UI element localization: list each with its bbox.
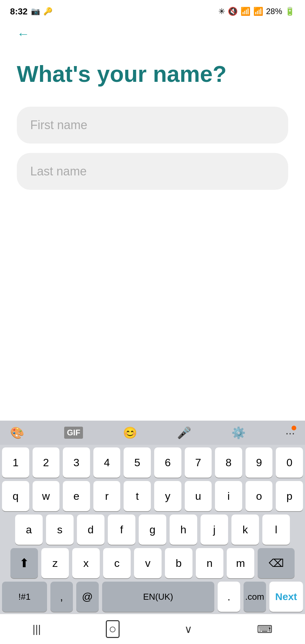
next-key[interactable]: Next (269, 582, 303, 612)
key-8[interactable]: 8 (215, 447, 242, 478)
gif-button[interactable]: GIF (64, 427, 83, 439)
back-button[interactable]: ← (17, 27, 288, 41)
number-row: 1 2 3 4 5 6 7 8 9 0 (2, 447, 303, 478)
signal-icon: 📶 (253, 7, 263, 16)
key-0[interactable]: 0 (276, 447, 303, 478)
key-u[interactable]: u (185, 481, 212, 511)
notification-dot (292, 426, 296, 430)
asdf-row: a s d f g h j k l (2, 515, 303, 545)
key-x[interactable]: x (72, 548, 100, 578)
key-r[interactable]: r (93, 481, 121, 511)
key-o[interactable]: o (246, 481, 273, 511)
wifi-icon: 📶 (241, 7, 251, 16)
key-1[interactable]: 1 (2, 447, 29, 478)
key-3[interactable]: 3 (63, 447, 90, 478)
settings-icon[interactable]: ⚙️ (231, 426, 246, 439)
key-q[interactable]: q (2, 481, 29, 511)
key-icon: 🔑 (43, 7, 52, 16)
mute-icon: 🔇 (228, 7, 238, 16)
key-b[interactable]: b (165, 548, 192, 578)
key-v[interactable]: v (134, 548, 162, 578)
battery-percent: 28% (266, 7, 282, 16)
zxcvbnm-row: ⬆ z x c v b n m ⌫ (2, 548, 303, 578)
key-c[interactable]: c (103, 548, 131, 578)
bottom-row: !#1 , @ EN(UK) . .com Next (2, 582, 303, 612)
mic-icon[interactable]: 🎤 (177, 426, 191, 439)
key-rows: 1 2 3 4 5 6 7 8 9 0 q w e r t y u i o p … (0, 445, 305, 614)
time-display: 8:32 (10, 6, 28, 17)
period-key[interactable]: . (218, 582, 240, 612)
sticker-icon[interactable]: 🎨 (10, 426, 24, 439)
status-left: 8:32 📷 🔑 (10, 6, 52, 17)
backspace-key[interactable]: ⌫ (258, 548, 295, 578)
back-arrow-icon: ← (17, 27, 30, 41)
recent-nav-icon[interactable]: ∨ (184, 623, 192, 636)
key-w[interactable]: w (33, 481, 60, 511)
key-l[interactable]: l (262, 515, 290, 545)
bluetooth-icon: ✳ (218, 7, 225, 16)
key-j[interactable]: j (201, 515, 228, 545)
key-2[interactable]: 2 (33, 447, 60, 478)
key-d[interactable]: d (77, 515, 104, 545)
keyboard-toolbar: 🎨 GIF 😊 🎤 ⚙️ ··· (0, 421, 305, 445)
battery-icon: 🔋 (285, 7, 295, 16)
symbols-key[interactable]: !#1 (2, 582, 47, 612)
emoji-icon[interactable]: 😊 (123, 426, 137, 439)
home-nav-icon[interactable]: ○ (106, 620, 120, 638)
first-name-input[interactable] (17, 107, 288, 144)
key-e[interactable]: e (63, 481, 90, 511)
key-k[interactable]: k (231, 515, 259, 545)
comma-key[interactable]: , (50, 582, 73, 612)
bottom-nav: ||| ○ ∨ ⌨ (0, 614, 305, 644)
key-f[interactable]: f (108, 515, 135, 545)
key-h[interactable]: h (170, 515, 197, 545)
camera-icon: 📷 (31, 7, 40, 16)
key-s[interactable]: s (46, 515, 74, 545)
keyboard-nav-icon[interactable]: ⌨ (257, 623, 272, 636)
spacer (17, 199, 288, 414)
key-i[interactable]: i (215, 481, 242, 511)
shift-key[interactable]: ⬆ (10, 548, 38, 578)
last-name-input[interactable] (17, 153, 288, 190)
qwerty-row: q w e r t y u i o p (2, 481, 303, 511)
key-a[interactable]: a (15, 515, 43, 545)
key-9[interactable]: 9 (246, 447, 273, 478)
status-right: ✳ 🔇 📶 📶 28% 🔋 (218, 7, 295, 16)
key-z[interactable]: z (41, 548, 69, 578)
more-icon[interactable]: ··· (286, 426, 295, 439)
key-4[interactable]: 4 (93, 447, 121, 478)
main-content: ← What's your name? (0, 20, 305, 421)
key-y[interactable]: y (154, 481, 181, 511)
page-title: What's your name? (17, 61, 288, 87)
dot-com-key[interactable]: .com (244, 582, 266, 612)
keyboard: 🎨 GIF 😊 🎤 ⚙️ ··· 1 2 3 4 5 6 7 8 9 0 q w… (0, 421, 305, 614)
back-nav-icon[interactable]: ||| (33, 623, 41, 635)
key-n[interactable]: n (196, 548, 223, 578)
key-p[interactable]: p (276, 481, 303, 511)
space-key[interactable]: EN(UK) (102, 582, 214, 612)
status-bar: 8:32 📷 🔑 ✳ 🔇 📶 📶 28% 🔋 (0, 0, 305, 20)
key-t[interactable]: t (124, 481, 151, 511)
at-key[interactable]: @ (76, 582, 99, 612)
key-6[interactable]: 6 (154, 447, 181, 478)
key-7[interactable]: 7 (185, 447, 212, 478)
key-m[interactable]: m (227, 548, 254, 578)
key-5[interactable]: 5 (124, 447, 151, 478)
key-g[interactable]: g (139, 515, 166, 545)
